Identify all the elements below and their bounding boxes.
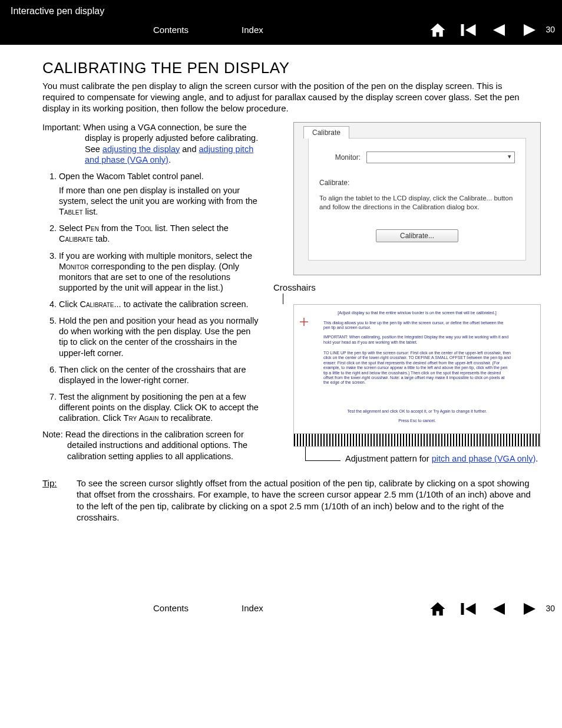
step-7: Test the alignment by positioning the pe…	[59, 391, 260, 423]
crosshairs-pointer-line	[283, 294, 283, 304]
next-page-icon[interactable]	[521, 21, 538, 38]
footer-home-icon[interactable]	[429, 600, 447, 617]
step-2: Select Pen from the Tool list. Then sele…	[59, 223, 260, 244]
tip-text: To see the screen cursor slightly offset…	[77, 477, 531, 523]
ch-line-3: IMPORTANT: When calibrating, position th…	[320, 335, 514, 345]
footer-prev-page-icon[interactable]	[490, 600, 508, 617]
svg-rect-3	[461, 603, 464, 615]
footer-first-page-icon[interactable]	[459, 600, 477, 617]
page-number-bottom: 30	[546, 604, 555, 613]
adjustment-pattern-ruler	[293, 434, 541, 447]
header-bar: Interactive pen display Contents Index 3…	[0, 0, 562, 45]
calibrate-instructions: To align the tablet to the LCD display, …	[319, 194, 515, 212]
crosshairs-panel: [Adjust display so that the entire windo…	[293, 304, 541, 433]
index-link[interactable]: Index	[242, 25, 263, 35]
link-pitch-phase-2[interactable]: pitch and phase (VGA only)	[432, 454, 536, 463]
ch-line-1: [Adjust display so that the entire windo…	[320, 311, 514, 315]
crosshair-icon	[300, 318, 308, 328]
tip-block: Tip: To see the screen cursor slightly o…	[42, 477, 531, 523]
note-paragraph: Note: Read the directions in the calibra…	[42, 429, 260, 461]
prev-page-icon[interactable]	[490, 21, 508, 38]
crosshairs-label: Crosshairs	[273, 282, 541, 292]
monitor-label: Monitor:	[319, 153, 361, 162]
footer-contents-link[interactable]: Contents	[153, 603, 189, 613]
calibrate-panel: Calibrate Monitor: Calibrate: To align t…	[293, 122, 541, 275]
monitor-dropdown[interactable]	[366, 151, 515, 163]
left-column: Important: When using a VGA connection, …	[42, 122, 260, 463]
ch-line-6: Press Esc to cancel.	[320, 419, 514, 423]
calibrate-tab[interactable]: Calibrate	[303, 126, 349, 139]
important-label: Important:	[42, 123, 81, 132]
step-1: Open the Wacom Tablet control panel. If …	[59, 171, 260, 218]
ch-line-5: Test the alignment and click OK to accep…	[320, 409, 514, 414]
ch-line-2: This dialog allows you to line up the pe…	[320, 321, 514, 331]
home-icon[interactable]	[429, 21, 447, 38]
steps-list: Open the Wacom Tablet control panel. If …	[42, 171, 260, 424]
footer-index-link[interactable]: Index	[242, 603, 263, 613]
page-title: CALIBRATING THE PEN DISPLAY	[42, 59, 541, 77]
contents-link[interactable]: Contents	[153, 25, 189, 35]
link-adjusting-display[interactable]: adjusting the display	[103, 144, 180, 154]
step-4: Click Calibrate... to activate the calib…	[59, 299, 260, 309]
calibrate-section-label: Calibrate:	[319, 179, 515, 187]
first-page-icon[interactable]	[459, 21, 477, 38]
right-column: Calibrate Monitor: Calibrate: To align t…	[272, 122, 541, 463]
step-3: If you are working with multiple monitor…	[59, 251, 260, 294]
tip-label: Tip:	[42, 477, 77, 523]
ch-line-4: TO LINE UP the pen tip with the screen c…	[320, 351, 514, 386]
important-note: Important: When using a VGA connection, …	[42, 122, 260, 165]
note-label: Note:	[42, 430, 63, 439]
svg-rect-0	[461, 24, 464, 36]
intro-paragraph: You must calibrate the pen display to al…	[42, 81, 531, 114]
adjustment-caption: Adjustment pattern for pitch and phase (…	[345, 454, 538, 463]
footer-next-page-icon[interactable]	[521, 600, 538, 617]
step-6: Then click on the center of the crosshai…	[59, 364, 260, 386]
product-title: Interactive pen display	[0, 6, 562, 21]
adjustment-pointer-line	[305, 447, 340, 461]
page-number-top: 30	[546, 25, 555, 34]
footer-bar: Contents Index 30	[0, 594, 562, 634]
calibrate-button[interactable]: Calibrate...	[376, 229, 458, 242]
step-5: Hold the pen and position your head as y…	[59, 315, 260, 358]
